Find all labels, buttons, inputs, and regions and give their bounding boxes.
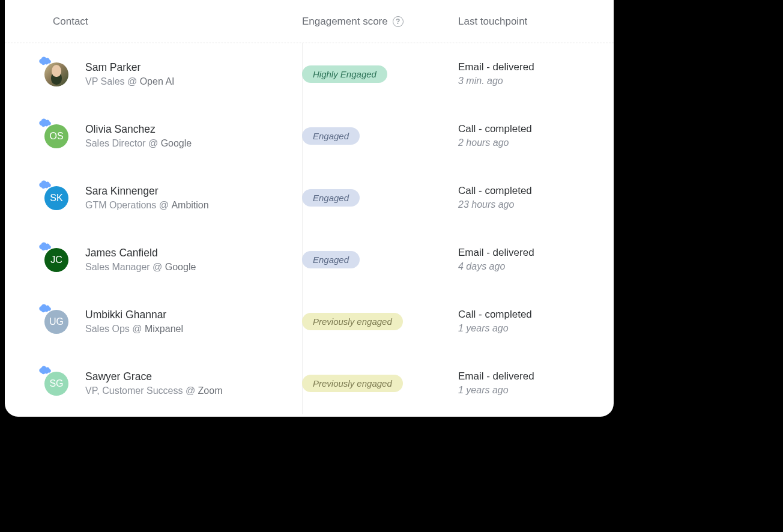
contact-subtitle: Sales Manager @ Google — [85, 261, 196, 274]
contact-text: Sam ParkerVP Sales @ Open AI — [85, 61, 175, 88]
contact-cell: SG Sawyer GraceVP, Customer Success @ Zo… — [5, 369, 302, 398]
contact-subtitle: Sales Ops @ Mixpanel — [85, 322, 183, 336]
touchpoint-type: Email - delivered — [458, 246, 614, 260]
contact-cell: Sam ParkerVP Sales @ Open AI — [5, 60, 302, 89]
contact-role: Sales Ops — [85, 324, 130, 334]
column-header-touchpoint[interactable]: Last touchpoint — [458, 16, 527, 27]
touchpoint-type: Call - completed — [458, 122, 614, 136]
touchpoint-cell: Call - completed2 hours ago — [458, 122, 614, 150]
touchpoint-cell: Email - delivered3 min. ago — [458, 61, 614, 88]
contact-role: GTM Operations — [85, 200, 156, 210]
engagement-cell: Previously engaged — [302, 313, 458, 330]
contact-name[interactable]: Sam Parker — [85, 61, 175, 75]
contact-name[interactable]: Umbikki Ghannar — [85, 308, 183, 322]
touchpoint-type: Call - completed — [458, 184, 614, 198]
contact-name[interactable]: Sawyer Grace — [85, 370, 222, 384]
contact-cell: UG Umbikki GhannarSales Ops @ Mixpanel — [5, 307, 302, 336]
avatar-wrap: SG — [42, 369, 71, 398]
table-row[interactable]: SG Sawyer GraceVP, Customer Success @ Zo… — [5, 352, 614, 414]
table-row[interactable]: SK Sara KinnengerGTM Operations @ Ambiti… — [5, 167, 614, 229]
contact-company[interactable]: Ambition — [171, 200, 208, 210]
contact-name[interactable]: Sara Kinnenger — [85, 184, 209, 199]
contact-company[interactable]: Zoom — [198, 385, 223, 396]
table-header: Contact Engagement score ? Last touchpoi… — [5, 0, 614, 43]
avatar-wrap — [42, 60, 71, 89]
touchpoint-type: Call - completed — [458, 308, 614, 322]
engagement-cell: Previously engaged — [302, 375, 458, 392]
contact-cell: OS Olivia SanchezSales Director @ Google — [5, 122, 302, 151]
avatar-wrap: OS — [42, 122, 71, 151]
touchpoint-time: 2 hours ago — [458, 136, 614, 150]
contact-company[interactable]: Open AI — [140, 76, 175, 86]
table-row[interactable]: UG Umbikki GhannarSales Ops @ MixpanelPr… — [5, 291, 614, 352]
contact-subtitle: Sales Director @ Google — [85, 137, 192, 150]
table-row[interactable]: JC James CanfieldSales Manager @ GoogleE… — [5, 229, 614, 291]
contact-cell: SK Sara KinnengerGTM Operations @ Ambiti… — [5, 184, 302, 213]
engagement-cell: Engaged — [302, 251, 458, 268]
contact-role: Sales Director — [85, 138, 145, 148]
touchpoint-time: 23 hours ago — [458, 198, 614, 211]
engagement-cell: Highly Engaged — [302, 65, 458, 83]
contact-role: Sales Manager — [85, 262, 150, 272]
engagement-cell: Engaged — [302, 127, 458, 145]
touchpoint-type: Email - delivered — [458, 370, 614, 384]
engagement-cell: Engaged — [302, 189, 458, 207]
contact-role: VP Sales — [85, 76, 125, 86]
touchpoint-cell: Email - delivered1 years ago — [458, 370, 614, 397]
contact-text: Olivia SanchezSales Director @ Google — [85, 122, 192, 150]
engagement-badge[interactable]: Engaged — [302, 251, 360, 268]
help-icon[interactable]: ? — [393, 16, 404, 27]
salesforce-icon — [38, 242, 52, 252]
contact-name[interactable]: Olivia Sanchez — [85, 122, 192, 137]
salesforce-icon — [38, 366, 52, 375]
contact-text: James CanfieldSales Manager @ Google — [85, 246, 196, 273]
touchpoint-type: Email - delivered — [458, 61, 614, 74]
avatar-wrap: UG — [42, 307, 71, 336]
touchpoint-time: 3 min. ago — [458, 74, 614, 88]
contact-name[interactable]: James Canfield — [85, 246, 196, 261]
touchpoint-time: 4 days ago — [458, 260, 614, 273]
salesforce-icon — [38, 180, 52, 190]
touchpoint-cell: Call - completed1 years ago — [458, 308, 614, 335]
table-row[interactable]: Sam ParkerVP Sales @ Open AIHighly Engag… — [5, 43, 614, 105]
contact-cell: JC James CanfieldSales Manager @ Google — [5, 246, 302, 274]
contact-text: Umbikki GhannarSales Ops @ Mixpanel — [85, 308, 183, 335]
engagement-badge[interactable]: Previously engaged — [302, 313, 403, 330]
touchpoint-cell: Email - delivered4 days ago — [458, 246, 614, 273]
salesforce-icon — [38, 304, 52, 313]
contact-text: Sawyer GraceVP, Customer Success @ Zoom — [85, 370, 222, 397]
contact-subtitle: GTM Operations @ Ambition — [85, 199, 209, 212]
touchpoint-time: 1 years ago — [458, 322, 614, 335]
engagement-badge[interactable]: Engaged — [302, 189, 360, 207]
contact-text: Sara KinnengerGTM Operations @ Ambition — [85, 184, 209, 211]
contact-company[interactable]: Google — [161, 138, 192, 148]
column-header-contact[interactable]: Contact — [53, 16, 88, 27]
avatar-wrap: SK — [42, 184, 71, 213]
contact-subtitle: VP, Customer Success @ Zoom — [85, 384, 222, 397]
contact-company[interactable]: Google — [165, 262, 196, 272]
contact-subtitle: VP Sales @ Open AI — [85, 75, 175, 88]
contact-company[interactable]: Mixpanel — [145, 324, 183, 334]
avatar-wrap: JC — [42, 246, 71, 274]
touchpoint-cell: Call - completed23 hours ago — [458, 184, 614, 211]
engagement-badge[interactable]: Previously engaged — [302, 375, 403, 392]
column-header-engagement[interactable]: Engagement score — [302, 16, 388, 28]
contact-role: VP, Customer Success — [85, 385, 183, 396]
salesforce-icon — [38, 118, 52, 128]
touchpoint-time: 1 years ago — [458, 384, 614, 397]
contacts-card: Contact Engagement score ? Last touchpoi… — [5, 0, 614, 417]
engagement-badge[interactable]: Engaged — [302, 127, 360, 145]
table-row[interactable]: OS Olivia SanchezSales Director @ Google… — [5, 105, 614, 167]
table-body: Sam ParkerVP Sales @ Open AIHighly Engag… — [5, 43, 614, 414]
engagement-badge[interactable]: Highly Engaged — [302, 65, 387, 83]
salesforce-icon — [38, 56, 52, 66]
